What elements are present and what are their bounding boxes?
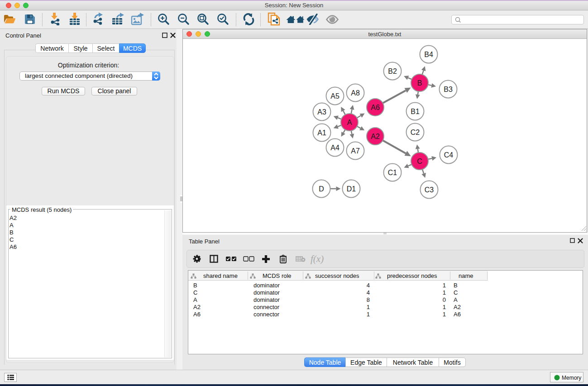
- svg-text:B: B: [417, 79, 422, 87]
- svg-text:A4: A4: [330, 144, 339, 152]
- svg-text:B2: B2: [388, 67, 397, 75]
- svg-text:C1: C1: [388, 169, 397, 176]
- svg-text:B1: B1: [411, 108, 420, 115]
- svg-text:D1: D1: [347, 185, 356, 193]
- svg-text:A2: A2: [371, 133, 380, 140]
- svg-text:C: C: [417, 157, 422, 165]
- svg-text:B3: B3: [444, 86, 453, 93]
- svg-text:C3: C3: [425, 186, 434, 194]
- svg-text:A5: A5: [330, 92, 339, 100]
- svg-text:A3: A3: [317, 108, 326, 116]
- svg-text:A8: A8: [351, 89, 360, 97]
- svg-text:D: D: [319, 185, 324, 193]
- svg-text:A: A: [347, 119, 352, 126]
- svg-text:A1: A1: [317, 129, 326, 137]
- svg-text:B4: B4: [424, 51, 433, 58]
- svg-text:C4: C4: [444, 151, 454, 159]
- svg-text:A6: A6: [371, 104, 380, 111]
- svg-text:C2: C2: [411, 129, 420, 136]
- svg-text:A7: A7: [351, 147, 360, 155]
